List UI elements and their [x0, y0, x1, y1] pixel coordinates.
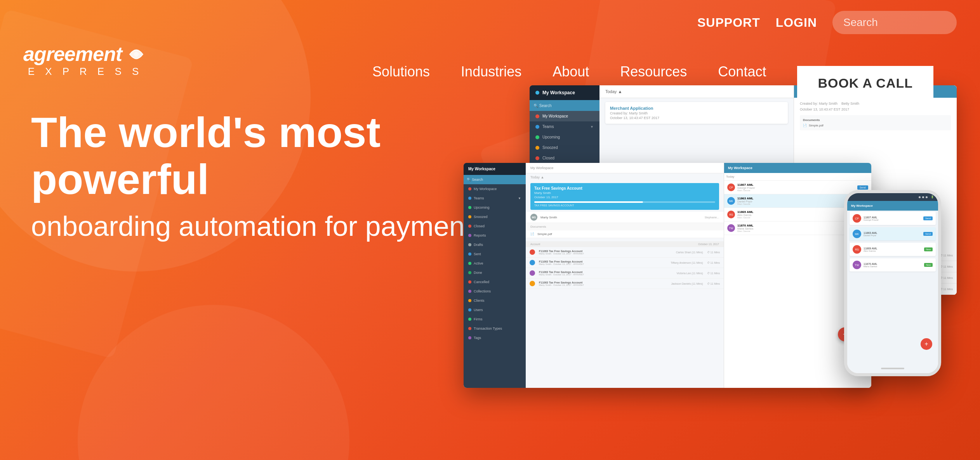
dash2-item-collections[interactable]: Collections	[464, 287, 526, 296]
table-row-4[interactable]: F11063 Tax Free Savings Account Marty Sm…	[526, 278, 724, 289]
logo-icon	[126, 43, 147, 65]
phone-sub-3: Alex Garcia	[864, 250, 877, 252]
phone-item-1[interactable]: CP 11807 AML George Frazer Send	[850, 212, 936, 225]
row-4-user: Jackson Daniels (11 Mins)	[671, 282, 703, 285]
book-call-button[interactable]: BOOK A CALL	[797, 66, 933, 100]
row-2-avatar	[530, 260, 535, 265]
tax-card-sub: Marty Smith	[534, 191, 715, 195]
nav-contact[interactable]: Contact	[718, 64, 766, 80]
row-3-user: Victoria Lee (11 Mins)	[677, 272, 703, 275]
right-item-1-detail: Marc Savoie	[737, 189, 855, 192]
table-row-3[interactable]: F11063 Tax Free Savings Account Marty Sm…	[526, 268, 724, 278]
right-avatar-3: RS	[727, 211, 735, 218]
nav-about[interactable]: About	[553, 64, 589, 80]
row-3-sub: Marty Smith · October 13, 2017 · #FF6456…	[539, 273, 673, 276]
dash2-item-teams[interactable]: Teams ▼	[464, 194, 526, 203]
dash2-item-sent[interactable]: Sent	[464, 249, 526, 259]
sidebar-item-workspace[interactable]: My Workspace	[530, 111, 599, 121]
nav-industries[interactable]: Industries	[461, 64, 521, 80]
dashboard2-search[interactable]: 🔍 Search	[464, 175, 526, 184]
row-4-sub: Marty Smith · October 13, 2017 · #FF6456…	[539, 284, 667, 286]
dashboard2-header: My Workspace	[464, 163, 526, 175]
phone-item-3-text: 11869 AML Alex Garcia	[864, 247, 877, 252]
phone-mockup: 🔋 My Workspace CP 11807 AML George Fraze…	[844, 190, 941, 376]
logo[interactable]: agreement E X P R E S S	[23, 42, 147, 78]
row-4-title: F11063 Tax Free Savings Account	[539, 281, 667, 284]
list-avatar-1: MS	[530, 214, 537, 221]
support-link[interactable]: SUPPORT	[697, 16, 760, 30]
phone-avatar-1: CP	[853, 214, 861, 223]
list-row-1[interactable]: MS Marty Smith Stephanie...	[526, 212, 724, 223]
phone-status-bar: 🔋	[847, 193, 938, 201]
table-row-1[interactable]: F11063 Tax Free Savings Account Marty Sm…	[526, 247, 724, 258]
bottom-list: Account October 13, 2017 F11063 Tax Free…	[526, 241, 724, 289]
row-1-time: ⏱ 11 Mins	[707, 251, 720, 254]
row-3-title: F11063 Tax Free Savings Account	[539, 271, 673, 273]
right-item-2-title: 11863 AML	[737, 197, 855, 200]
right-item-4-detail: Marc Savoie	[737, 230, 856, 232]
sidebar-item-upcoming[interactable]: Upcoming	[530, 132, 599, 142]
phone-fab[interactable]: +	[921, 338, 932, 350]
list-item-1-text: Marty Smith	[540, 216, 557, 219]
tax-card-date: October 13, 2017	[534, 195, 715, 199]
login-link[interactable]: LOGIN	[776, 16, 817, 30]
sidebar-item-teams[interactable]: Teams ▼	[530, 121, 599, 132]
hero-section: agreement E X P R E S S SUPPORT LOGIN So…	[0, 0, 980, 460]
phone-avatar-2: MK	[853, 230, 861, 238]
sidebar-item-closed[interactable]: Closed	[530, 153, 599, 163]
phone-avatar-3: RS	[853, 245, 861, 254]
dash2-item-upcoming[interactable]: Upcoming	[464, 203, 526, 212]
dashboard2-content: My Workspace Today ▲ Tax Free Savings Ac…	[526, 163, 724, 388]
phone-header: My Workspace	[847, 201, 938, 211]
right-avatar-4: TW	[727, 224, 735, 232]
dash2-item-firms[interactable]: Firms	[464, 315, 526, 324]
phone-badge-4: New	[924, 263, 933, 267]
right-item-3: 11869 AML Alex Garcia Marc Savoie	[737, 210, 856, 219]
phone-item-3[interactable]: RS 11869 AML Alex Garcia New	[850, 243, 936, 256]
dash2-item-tags[interactable]: Tags	[464, 333, 526, 342]
phone-title-4: 11870 AML	[864, 263, 877, 265]
dashboard2-today: Today ▲	[526, 173, 724, 181]
row-1-content: F11063 Tax Free Savings Account Marty Sm…	[539, 250, 672, 255]
search-input[interactable]	[832, 11, 957, 34]
nav-solutions[interactable]: Solutions	[372, 64, 430, 80]
dash2-item-snoozed[interactable]: Snoozed	[464, 212, 526, 221]
docs-name: Simple.pdf	[537, 232, 552, 236]
row-3-content: F11063 Tax Free Savings Account Marty Sm…	[539, 271, 673, 276]
sidebar-item-snoozed[interactable]: Snoozed	[530, 142, 599, 153]
phone-item-2[interactable]: MK 11863 AML Daniel Pryor Send	[850, 227, 936, 240]
phone-title-1: 11807 AML	[864, 216, 879, 219]
dash2-item-closed[interactable]: Closed	[464, 221, 526, 231]
tax-savings-card[interactable]: Tax Free Savings Account Marty Smith Oct…	[530, 183, 719, 210]
dash2-item-users[interactable]: Users	[464, 305, 526, 315]
dash2-item-clients[interactable]: Clients	[464, 296, 526, 305]
signal-1	[919, 196, 921, 198]
battery-indicator: 🔋	[931, 195, 934, 199]
right-panel-today: Today	[724, 173, 871, 181]
phone-item-1-text: 11807 AML George Frazer	[864, 216, 879, 221]
nav-resources[interactable]: Resources	[620, 64, 687, 80]
dash2-item-active[interactable]: Active	[464, 259, 526, 268]
dash2-item-reports[interactable]: Reports	[464, 231, 526, 240]
table-row-2[interactable]: F11063 Tax Free Savings Account Marty Sm…	[526, 258, 724, 268]
list-row-docs[interactable]: 📄 Simple.pdf	[526, 230, 724, 238]
row-2-user: Tiffany Anderson (11 Mins)	[671, 261, 703, 264]
phone-item-2-text: 11863 AML Daniel Pryor	[864, 232, 877, 237]
dash2-item-transaction[interactable]: Transaction Types	[464, 324, 526, 333]
dash2-item-cancelled[interactable]: Cancelled	[464, 277, 526, 287]
right-panel-row-1[interactable]: CP 11807 AML George Frazer Marc Savoie S…	[724, 181, 871, 194]
phone-sub-4: Maria Santos	[864, 265, 877, 268]
row-1-sub: Marty Smith · October 13, 2017 · #FF6456…	[539, 252, 672, 255]
right-item-2-detail: Marc Savoie	[737, 203, 855, 205]
dash2-item-drafts[interactable]: Drafts	[464, 240, 526, 249]
right-item-1-sub: George Frazer	[737, 187, 855, 189]
dash2-item-done[interactable]: Done	[464, 268, 526, 277]
documents-label: Documents	[526, 223, 724, 230]
row-4-avatar	[530, 281, 535, 286]
dashboard-second: My Workspace 🔍 Search My Workspace Teams…	[464, 163, 871, 388]
dash2-item-workspace[interactable]: My Workspace	[464, 184, 526, 194]
right-item-2-sub: Daniel Pryor	[737, 200, 855, 203]
phone-item-4[interactable]: TW 11870 AML Maria Santos New	[850, 258, 936, 272]
row-3-avatar	[530, 270, 535, 276]
hero-title: The world's most powerful	[31, 109, 458, 202]
